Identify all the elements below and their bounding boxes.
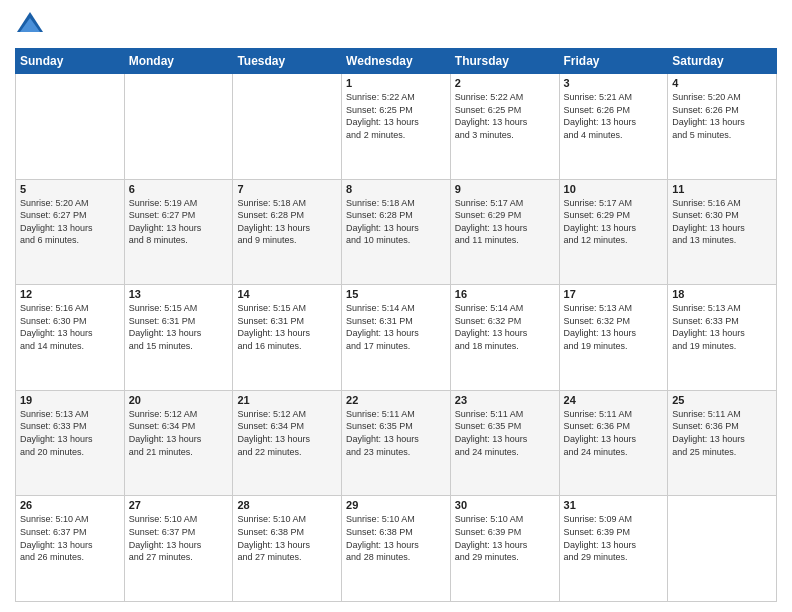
day-number: 24 bbox=[564, 394, 664, 406]
calendar-cell: 30Sunrise: 5:10 AM Sunset: 6:39 PM Dayli… bbox=[450, 496, 559, 602]
week-row-4: 26Sunrise: 5:10 AM Sunset: 6:37 PM Dayli… bbox=[16, 496, 777, 602]
calendar-cell bbox=[668, 496, 777, 602]
day-info: Sunrise: 5:20 AM Sunset: 6:27 PM Dayligh… bbox=[20, 197, 120, 247]
day-number: 18 bbox=[672, 288, 772, 300]
day-number: 15 bbox=[346, 288, 446, 300]
day-info: Sunrise: 5:16 AM Sunset: 6:30 PM Dayligh… bbox=[20, 302, 120, 352]
day-info: Sunrise: 5:10 AM Sunset: 6:38 PM Dayligh… bbox=[237, 513, 337, 563]
day-info: Sunrise: 5:10 AM Sunset: 6:37 PM Dayligh… bbox=[129, 513, 229, 563]
week-row-2: 12Sunrise: 5:16 AM Sunset: 6:30 PM Dayli… bbox=[16, 285, 777, 391]
day-info: Sunrise: 5:10 AM Sunset: 6:38 PM Dayligh… bbox=[346, 513, 446, 563]
header-day-tuesday: Tuesday bbox=[233, 49, 342, 74]
calendar-cell: 1Sunrise: 5:22 AM Sunset: 6:25 PM Daylig… bbox=[342, 74, 451, 180]
day-number: 12 bbox=[20, 288, 120, 300]
day-info: Sunrise: 5:14 AM Sunset: 6:32 PM Dayligh… bbox=[455, 302, 555, 352]
header-day-sunday: Sunday bbox=[16, 49, 125, 74]
week-row-0: 1Sunrise: 5:22 AM Sunset: 6:25 PM Daylig… bbox=[16, 74, 777, 180]
calendar-header: SundayMondayTuesdayWednesdayThursdayFrid… bbox=[16, 49, 777, 74]
header-day-friday: Friday bbox=[559, 49, 668, 74]
day-number: 31 bbox=[564, 499, 664, 511]
header-row: SundayMondayTuesdayWednesdayThursdayFrid… bbox=[16, 49, 777, 74]
calendar-cell: 2Sunrise: 5:22 AM Sunset: 6:25 PM Daylig… bbox=[450, 74, 559, 180]
day-number: 7 bbox=[237, 183, 337, 195]
day-number: 9 bbox=[455, 183, 555, 195]
calendar-cell: 19Sunrise: 5:13 AM Sunset: 6:33 PM Dayli… bbox=[16, 390, 125, 496]
day-info: Sunrise: 5:11 AM Sunset: 6:36 PM Dayligh… bbox=[564, 408, 664, 458]
day-number: 16 bbox=[455, 288, 555, 300]
day-number: 19 bbox=[20, 394, 120, 406]
week-row-3: 19Sunrise: 5:13 AM Sunset: 6:33 PM Dayli… bbox=[16, 390, 777, 496]
day-number: 4 bbox=[672, 77, 772, 89]
day-info: Sunrise: 5:11 AM Sunset: 6:35 PM Dayligh… bbox=[346, 408, 446, 458]
header-day-monday: Monday bbox=[124, 49, 233, 74]
calendar-cell: 4Sunrise: 5:20 AM Sunset: 6:26 PM Daylig… bbox=[668, 74, 777, 180]
day-info: Sunrise: 5:18 AM Sunset: 6:28 PM Dayligh… bbox=[346, 197, 446, 247]
day-number: 29 bbox=[346, 499, 446, 511]
calendar-cell: 13Sunrise: 5:15 AM Sunset: 6:31 PM Dayli… bbox=[124, 285, 233, 391]
calendar-cell: 12Sunrise: 5:16 AM Sunset: 6:30 PM Dayli… bbox=[16, 285, 125, 391]
day-number: 27 bbox=[129, 499, 229, 511]
day-number: 28 bbox=[237, 499, 337, 511]
header bbox=[15, 10, 777, 40]
day-number: 3 bbox=[564, 77, 664, 89]
day-number: 6 bbox=[129, 183, 229, 195]
day-info: Sunrise: 5:17 AM Sunset: 6:29 PM Dayligh… bbox=[455, 197, 555, 247]
day-number: 23 bbox=[455, 394, 555, 406]
day-info: Sunrise: 5:19 AM Sunset: 6:27 PM Dayligh… bbox=[129, 197, 229, 247]
header-day-saturday: Saturday bbox=[668, 49, 777, 74]
day-number: 20 bbox=[129, 394, 229, 406]
day-info: Sunrise: 5:09 AM Sunset: 6:39 PM Dayligh… bbox=[564, 513, 664, 563]
calendar-cell: 27Sunrise: 5:10 AM Sunset: 6:37 PM Dayli… bbox=[124, 496, 233, 602]
day-info: Sunrise: 5:13 AM Sunset: 6:32 PM Dayligh… bbox=[564, 302, 664, 352]
calendar-cell: 21Sunrise: 5:12 AM Sunset: 6:34 PM Dayli… bbox=[233, 390, 342, 496]
logo-icon bbox=[15, 10, 45, 40]
calendar-cell bbox=[16, 74, 125, 180]
day-info: Sunrise: 5:15 AM Sunset: 6:31 PM Dayligh… bbox=[237, 302, 337, 352]
day-info: Sunrise: 5:22 AM Sunset: 6:25 PM Dayligh… bbox=[346, 91, 446, 141]
day-info: Sunrise: 5:11 AM Sunset: 6:36 PM Dayligh… bbox=[672, 408, 772, 458]
calendar-cell: 7Sunrise: 5:18 AM Sunset: 6:28 PM Daylig… bbox=[233, 179, 342, 285]
calendar-cell: 14Sunrise: 5:15 AM Sunset: 6:31 PM Dayli… bbox=[233, 285, 342, 391]
logo bbox=[15, 10, 49, 40]
day-info: Sunrise: 5:18 AM Sunset: 6:28 PM Dayligh… bbox=[237, 197, 337, 247]
week-row-1: 5Sunrise: 5:20 AM Sunset: 6:27 PM Daylig… bbox=[16, 179, 777, 285]
calendar-cell: 15Sunrise: 5:14 AM Sunset: 6:31 PM Dayli… bbox=[342, 285, 451, 391]
calendar-cell: 22Sunrise: 5:11 AM Sunset: 6:35 PM Dayli… bbox=[342, 390, 451, 496]
calendar-cell: 18Sunrise: 5:13 AM Sunset: 6:33 PM Dayli… bbox=[668, 285, 777, 391]
header-day-thursday: Thursday bbox=[450, 49, 559, 74]
day-number: 1 bbox=[346, 77, 446, 89]
calendar-cell bbox=[124, 74, 233, 180]
day-number: 14 bbox=[237, 288, 337, 300]
day-number: 30 bbox=[455, 499, 555, 511]
day-info: Sunrise: 5:14 AM Sunset: 6:31 PM Dayligh… bbox=[346, 302, 446, 352]
day-info: Sunrise: 5:17 AM Sunset: 6:29 PM Dayligh… bbox=[564, 197, 664, 247]
day-number: 2 bbox=[455, 77, 555, 89]
day-number: 26 bbox=[20, 499, 120, 511]
calendar-cell: 23Sunrise: 5:11 AM Sunset: 6:35 PM Dayli… bbox=[450, 390, 559, 496]
calendar-body: 1Sunrise: 5:22 AM Sunset: 6:25 PM Daylig… bbox=[16, 74, 777, 602]
calendar-cell: 31Sunrise: 5:09 AM Sunset: 6:39 PM Dayli… bbox=[559, 496, 668, 602]
day-info: Sunrise: 5:13 AM Sunset: 6:33 PM Dayligh… bbox=[20, 408, 120, 458]
calendar-cell: 9Sunrise: 5:17 AM Sunset: 6:29 PM Daylig… bbox=[450, 179, 559, 285]
day-number: 13 bbox=[129, 288, 229, 300]
day-info: Sunrise: 5:13 AM Sunset: 6:33 PM Dayligh… bbox=[672, 302, 772, 352]
day-number: 5 bbox=[20, 183, 120, 195]
calendar-cell: 10Sunrise: 5:17 AM Sunset: 6:29 PM Dayli… bbox=[559, 179, 668, 285]
calendar-cell bbox=[233, 74, 342, 180]
calendar-cell: 26Sunrise: 5:10 AM Sunset: 6:37 PM Dayli… bbox=[16, 496, 125, 602]
day-info: Sunrise: 5:10 AM Sunset: 6:37 PM Dayligh… bbox=[20, 513, 120, 563]
day-number: 21 bbox=[237, 394, 337, 406]
day-info: Sunrise: 5:16 AM Sunset: 6:30 PM Dayligh… bbox=[672, 197, 772, 247]
calendar-cell: 3Sunrise: 5:21 AM Sunset: 6:26 PM Daylig… bbox=[559, 74, 668, 180]
day-info: Sunrise: 5:21 AM Sunset: 6:26 PM Dayligh… bbox=[564, 91, 664, 141]
calendar-cell: 17Sunrise: 5:13 AM Sunset: 6:32 PM Dayli… bbox=[559, 285, 668, 391]
day-number: 22 bbox=[346, 394, 446, 406]
calendar-cell: 16Sunrise: 5:14 AM Sunset: 6:32 PM Dayli… bbox=[450, 285, 559, 391]
calendar-cell: 24Sunrise: 5:11 AM Sunset: 6:36 PM Dayli… bbox=[559, 390, 668, 496]
day-info: Sunrise: 5:20 AM Sunset: 6:26 PM Dayligh… bbox=[672, 91, 772, 141]
calendar-cell: 8Sunrise: 5:18 AM Sunset: 6:28 PM Daylig… bbox=[342, 179, 451, 285]
calendar-cell: 25Sunrise: 5:11 AM Sunset: 6:36 PM Dayli… bbox=[668, 390, 777, 496]
day-number: 17 bbox=[564, 288, 664, 300]
day-number: 8 bbox=[346, 183, 446, 195]
header-day-wednesday: Wednesday bbox=[342, 49, 451, 74]
